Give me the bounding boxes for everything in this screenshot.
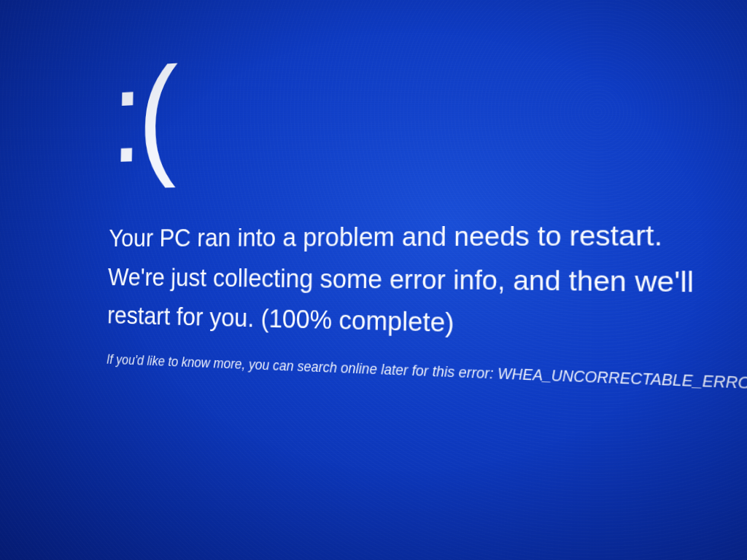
error-detail-prefix: If you'd like to know more, you can sear… bbox=[107, 352, 498, 383]
error-message: Your PC ran into a problem and needs to … bbox=[107, 211, 708, 351]
error-detail: If you'd like to know more, you can sear… bbox=[107, 351, 747, 397]
error-code: WHEA_UNCORRECTABLE_ERROR bbox=[498, 365, 747, 392]
bsod-screen: :( Your PC ran into a problem and needs … bbox=[107, 7, 747, 397]
sad-face-icon: :( bbox=[110, 7, 747, 182]
